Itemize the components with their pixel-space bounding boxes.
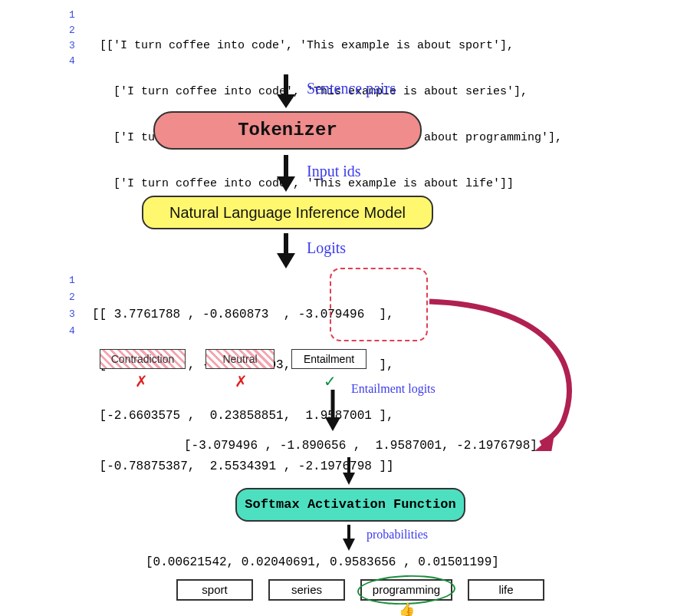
logits-line-numbers: 1 2 3 4 — [69, 272, 75, 340]
thumbs-up-icon: 👍 — [399, 601, 415, 616]
tokenizer-box: Tokenizer — [153, 111, 422, 150]
x-icon: ✗ — [135, 372, 148, 390]
arrow-down-icon — [272, 232, 303, 270]
svg-marker-12 — [343, 539, 355, 551]
class-sport: sport — [176, 579, 253, 601]
svg-marker-8 — [534, 434, 554, 451]
svg-marker-5 — [277, 253, 295, 268]
contradiction-box: Contradiction — [100, 349, 186, 369]
class-life: life — [468, 579, 544, 601]
check-icon: ✓ — [324, 372, 337, 390]
label-probabilities: probabilities — [367, 528, 428, 542]
neutral-box: Neutral — [205, 349, 274, 369]
label-sentence-pairs: Sentence pairs — [307, 80, 396, 97]
arrow-down-icon — [339, 523, 362, 554]
softmax-box: Softmax Activation Function — [235, 488, 465, 522]
label-entailment-logits: Entailment logits — [351, 382, 436, 396]
pairs-line-numbers: 1 2 3 4 — [69, 8, 75, 69]
entailment-logits-array: [-3.079496 , -1.890656 , 1.9587001, -2.1… — [184, 439, 537, 453]
class-series: series — [268, 579, 345, 601]
entailment-box: Entailment — [291, 349, 367, 369]
nli-pipeline-diagram: 1 2 3 4 [['I turn coffee into code', 'Th… — [0, 0, 687, 616]
label-logits: Logits — [307, 239, 346, 257]
logits-matrix: [[ 3.7761788 , -0.860873 , -3.079496 ], … — [92, 272, 394, 509]
x-icon: ✗ — [235, 372, 248, 390]
probabilities-array: [0.00621542, 0.02040691, 0.9583656 , 0.0… — [146, 555, 499, 569]
class-programming: programming — [360, 579, 452, 601]
curved-arrow-icon — [426, 298, 602, 451]
nli-model-box: Natural Language Inference Model — [142, 196, 433, 229]
label-input-ids: Input ids — [307, 163, 361, 180]
